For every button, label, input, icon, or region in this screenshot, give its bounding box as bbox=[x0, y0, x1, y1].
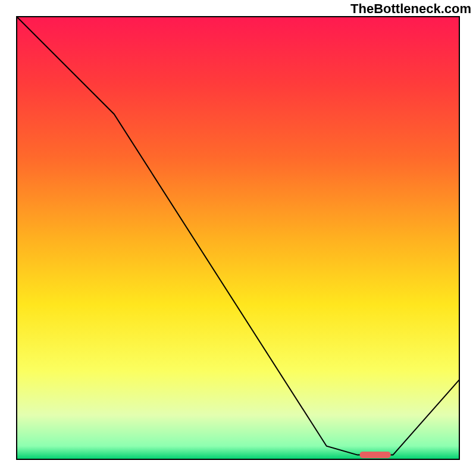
optimal-zone-marker bbox=[360, 452, 391, 458]
watermark-text: TheBottleneck.com bbox=[350, 1, 471, 17]
chart-container: TheBottleneck.com bbox=[0, 0, 476, 476]
bottleneck-chart bbox=[0, 0, 476, 476]
